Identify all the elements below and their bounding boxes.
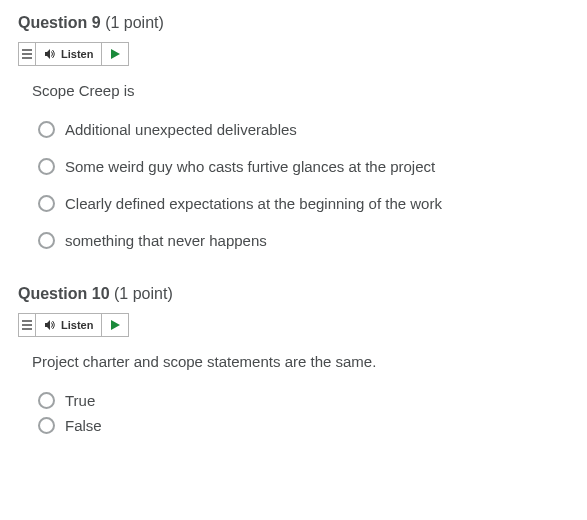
options-group: Additional unexpected deliverables Some …: [38, 121, 569, 249]
question-9-header: Question 9 (1 point): [18, 14, 569, 32]
radio-icon[interactable]: [38, 232, 55, 249]
question-points: (1 point): [105, 14, 164, 31]
svg-rect-4: [22, 324, 32, 326]
svg-rect-1: [22, 53, 32, 55]
option-label: something that never happens: [65, 232, 267, 249]
question-prompt: Project charter and scope statements are…: [32, 353, 569, 370]
play-button[interactable]: [102, 43, 128, 65]
listen-label: Listen: [61, 48, 93, 60]
drag-handle-icon[interactable]: [19, 314, 36, 336]
option-row[interactable]: Clearly defined expectations at the begi…: [38, 195, 569, 212]
svg-rect-5: [22, 328, 32, 330]
play-icon: [111, 49, 120, 59]
question-9-block: Question 9 (1 point) Listen Scope Creep …: [18, 14, 569, 249]
question-prompt: Scope Creep is: [32, 82, 569, 99]
drag-handle-icon[interactable]: [19, 43, 36, 65]
option-row[interactable]: something that never happens: [38, 232, 569, 249]
question-number: Question 10: [18, 285, 110, 302]
speaker-icon: [44, 319, 56, 331]
svg-rect-3: [22, 320, 32, 322]
question-points: (1 point): [114, 285, 173, 302]
option-row[interactable]: True: [38, 392, 569, 409]
listen-toolbar: Listen: [18, 42, 129, 66]
option-label: Clearly defined expectations at the begi…: [65, 195, 442, 212]
option-label: True: [65, 392, 95, 409]
option-label: False: [65, 417, 102, 434]
listen-label: Listen: [61, 319, 93, 331]
radio-icon[interactable]: [38, 392, 55, 409]
svg-rect-0: [22, 49, 32, 51]
radio-icon[interactable]: [38, 417, 55, 434]
radio-icon[interactable]: [38, 121, 55, 138]
play-button[interactable]: [102, 314, 128, 336]
radio-icon[interactable]: [38, 158, 55, 175]
svg-rect-2: [22, 57, 32, 59]
option-label: Some weird guy who casts furtive glances…: [65, 158, 435, 175]
listen-toolbar: Listen: [18, 313, 129, 337]
question-10-header: Question 10 (1 point): [18, 285, 569, 303]
option-label: Additional unexpected deliverables: [65, 121, 297, 138]
option-row[interactable]: Additional unexpected deliverables: [38, 121, 569, 138]
options-group: True False: [38, 392, 569, 434]
question-10-block: Question 10 (1 point) Listen Project cha…: [18, 285, 569, 434]
option-row[interactable]: Some weird guy who casts furtive glances…: [38, 158, 569, 175]
option-row[interactable]: False: [38, 417, 569, 434]
play-icon: [111, 320, 120, 330]
radio-icon[interactable]: [38, 195, 55, 212]
listen-button[interactable]: Listen: [36, 314, 102, 336]
speaker-icon: [44, 48, 56, 60]
listen-button[interactable]: Listen: [36, 43, 102, 65]
question-number: Question 9: [18, 14, 101, 31]
